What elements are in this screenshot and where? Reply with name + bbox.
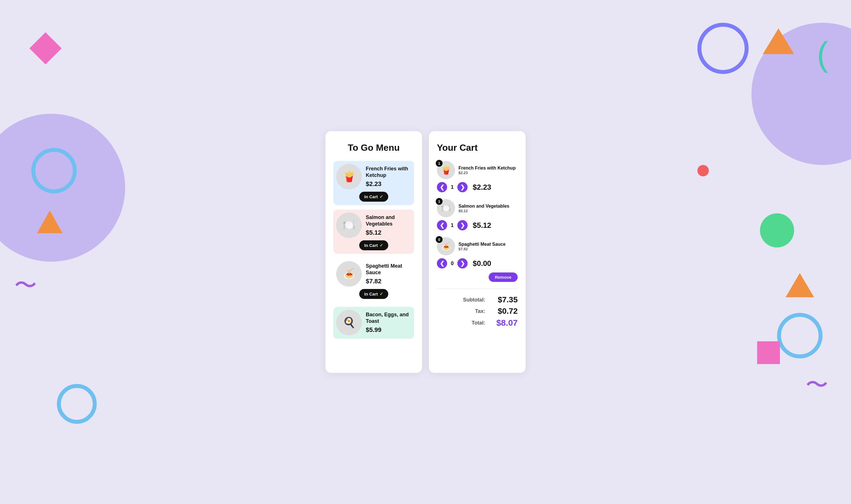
- cart-item-name-spaghetti: Spaghetti Meat Sauce: [458, 242, 518, 247]
- cart-item-controls-french-fries: ❮ 1 ❯ $2.23: [437, 182, 518, 192]
- in-cart-label-french-fries: In Cart: [364, 194, 378, 199]
- deco-teal-bracket: ): [817, 34, 828, 73]
- cart-item-total-french-fries: $2.23: [473, 183, 491, 192]
- in-cart-button-salmon[interactable]: In Cart ✓: [359, 240, 388, 250]
- deco-squiggle-right: 〜: [805, 370, 828, 400]
- deco-square-pink-right: [757, 341, 780, 364]
- decrement-button-french-fries[interactable]: ❮: [437, 182, 447, 192]
- deco-diamond-pink: [29, 32, 61, 64]
- check-icon-french-fries: ✓: [379, 194, 383, 199]
- qty-num-spaghetti: 0: [450, 260, 454, 267]
- summary-row-tax: Tax: $0.72: [437, 307, 518, 316]
- subtotal-label: Subtotal:: [463, 297, 485, 303]
- deco-triangle-orange-right-top: [763, 29, 794, 54]
- check-icon-salmon: ✓: [379, 242, 383, 248]
- deco-circle-purple-left: [0, 114, 125, 262]
- cart-title: Your Cart: [437, 143, 518, 153]
- in-cart-label-spaghetti: In Cart: [364, 291, 378, 296]
- cart-item-qty-badge-french-fries: 1: [436, 160, 442, 167]
- cart-item-qty-badge-spaghetti: 0: [436, 236, 442, 243]
- in-cart-label-salmon: In Cart: [364, 243, 378, 248]
- main-container: To Go Menu 🍟 French Fries with Ketchup $…: [325, 131, 526, 373]
- cart-item-img-wrap-french-fries: 🍟 1: [437, 161, 455, 179]
- menu-item-price-salmon: $5.12: [366, 229, 411, 236]
- menu-title: To Go Menu: [333, 143, 414, 153]
- cart-item-salmon: 🍽️ 1 Salmon and Vegetables $5.12 ❮ 1 ❯ $…: [437, 199, 518, 230]
- increment-button-french-fries[interactable]: ❯: [457, 182, 468, 192]
- cart-item-img-wrap-salmon: 🍽️ 1: [437, 199, 455, 217]
- cart-item-details-salmon: Salmon and Vegetables $5.12: [458, 204, 518, 213]
- tax-value: $0.72: [492, 307, 518, 316]
- menu-item-img-french-fries: 🍟: [336, 164, 362, 190]
- cart-item-controls-salmon: ❮ 1 ❯ $5.12: [437, 220, 518, 230]
- menu-item-price-bacon: $5.99: [366, 326, 411, 334]
- menu-item-img-spaghetti: 🍝: [336, 261, 362, 287]
- summary-row-subtotal: Subtotal: $7.35: [437, 295, 518, 304]
- deco-circle-blue-outline-left: [31, 148, 77, 193]
- menu-item-img-salmon: 🍽️: [336, 213, 362, 238]
- cart-item-total-salmon: $5.12: [473, 221, 491, 230]
- menu-item-info-bacon: Bacon, Eggs, and Toast $5.99: [366, 311, 411, 334]
- decrement-button-spaghetti[interactable]: ❮: [437, 258, 447, 269]
- remove-button-spaghetti[interactable]: Remove: [489, 272, 518, 282]
- cart-item-spaghetti: 🍝 0 Spaghetti Meat Sauce $7.82 ❮ 0 ❯ $0.…: [437, 237, 518, 282]
- menu-item-bacon: 🍳 Bacon, Eggs, and Toast $5.99: [333, 307, 414, 339]
- cart-divider: [437, 289, 518, 289]
- menu-item-info-french-fries: French Fries with Ketchup $2.23: [366, 165, 411, 188]
- deco-circle-blue-outline-right-bottom: [777, 313, 822, 358]
- deco-squiggle-left: 〜: [14, 270, 37, 301]
- menu-panel: To Go Menu 🍟 French Fries with Ketchup $…: [325, 131, 422, 373]
- cart-item-total-spaghetti: $0.00: [473, 259, 491, 268]
- cart-item-controls-spaghetti: ❮ 0 ❯ $0.00: [437, 258, 518, 269]
- increment-button-spaghetti[interactable]: ❯: [457, 258, 468, 269]
- cart-summary: Subtotal: $7.35 Tax: $0.72 Total: $8.07: [437, 294, 518, 328]
- check-icon-spaghetti: ✓: [379, 291, 383, 296]
- qty-num-salmon: 1: [450, 222, 454, 228]
- increment-button-salmon[interactable]: ❯: [457, 220, 468, 230]
- menu-item-price-spaghetti: $7.82: [366, 277, 411, 285]
- in-cart-button-spaghetti[interactable]: In Cart ✓: [359, 289, 388, 299]
- deco-semicircle-right: [752, 23, 851, 165]
- menu-item-name-salmon: Salmon and Vegetables: [366, 214, 411, 228]
- deco-circle-blue-outline-left-bottom: [57, 384, 97, 424]
- tax-label: Tax:: [463, 308, 485, 314]
- deco-dot-coral: [698, 165, 709, 176]
- cart-item-qty-badge-salmon: 1: [436, 198, 442, 205]
- decrement-button-salmon[interactable]: ❮: [437, 220, 447, 230]
- deco-triangle-orange-left: [37, 211, 62, 233]
- total-label: Total:: [463, 320, 485, 326]
- menu-item-price-french-fries: $2.23: [366, 180, 411, 188]
- cart-panel: Your Cart 🍟 1 French Fries with Ketchup …: [429, 131, 526, 373]
- menu-item-name-french-fries: French Fries with Ketchup: [366, 165, 411, 179]
- menu-item-spaghetti: 🍝 Spaghetti Meat Sauce $7.82 In Cart ✓: [333, 258, 414, 302]
- cart-item-name-salmon: Salmon and Vegetables: [458, 204, 518, 209]
- menu-item-name-bacon: Bacon, Eggs, and Toast: [366, 311, 411, 325]
- cart-item-unit-price-salmon: $5.12: [458, 209, 518, 213]
- in-cart-button-french-fries[interactable]: In Cart ✓: [359, 192, 388, 202]
- cart-item-unit-price-french-fries: $2.23: [458, 170, 518, 175]
- menu-item-salmon: 🍽️ Salmon and Vegetables $5.12 In Cart ✓: [333, 210, 414, 254]
- cart-item-details-spaghetti: Spaghetti Meat Sauce $7.82: [458, 242, 518, 251]
- menu-item-french-fries: 🍟 French Fries with Ketchup $2.23 In Car…: [333, 161, 414, 205]
- total-value: $8.07: [492, 318, 518, 328]
- deco-circle-green-right: [760, 213, 794, 248]
- summary-row-total: Total: $8.07: [437, 318, 518, 328]
- deco-triangle-orange-right-bottom: [785, 273, 814, 297]
- subtotal-value: $7.35: [492, 295, 518, 304]
- cart-item-name-french-fries: French Fries with Ketchup: [458, 165, 518, 170]
- cart-item-details-french-fries: French Fries with Ketchup $2.23: [458, 165, 518, 175]
- menu-item-info-salmon: Salmon and Vegetables $5.12: [366, 214, 411, 237]
- cart-item-unit-price-spaghetti: $7.82: [458, 247, 518, 251]
- menu-item-name-spaghetti: Spaghetti Meat Sauce: [366, 263, 411, 276]
- cart-item-french-fries: 🍟 1 French Fries with Ketchup $2.23 ❮ 1 …: [437, 161, 518, 192]
- qty-num-french-fries: 1: [450, 184, 454, 190]
- menu-item-img-bacon: 🍳: [336, 310, 362, 335]
- deco-circle-outline-right-top: [698, 23, 748, 74]
- menu-item-info-spaghetti: Spaghetti Meat Sauce $7.82: [366, 263, 411, 285]
- cart-item-img-wrap-spaghetti: 🍝 0: [437, 237, 455, 255]
